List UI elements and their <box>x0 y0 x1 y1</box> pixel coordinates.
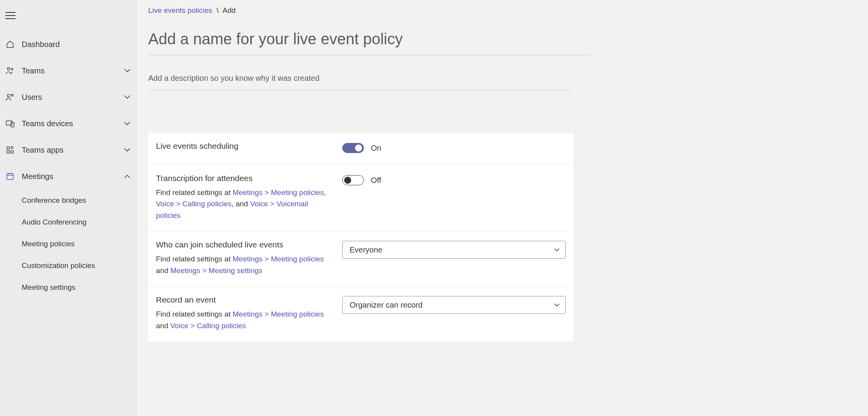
link-meeting-settings[interactable]: Meetings > Meeting settings <box>170 266 262 275</box>
sidebar-subitem-label: Meeting policies <box>22 240 74 248</box>
link-meeting-policies[interactable]: Meetings > Meeting policies <box>233 188 324 197</box>
sidebar-subitem-audio-conferencing[interactable]: Audio Conferencing <box>0 211 136 233</box>
sidebar-subitem-meeting-policies[interactable]: Meeting policies <box>0 233 136 255</box>
svg-point-5 <box>7 94 10 97</box>
help-sep: and <box>156 266 170 275</box>
toggle-state-label: On <box>371 144 381 153</box>
sidebar-subitem-label: Audio Conferencing <box>22 218 87 226</box>
record-dropdown[interactable]: Organizer can record <box>342 296 566 314</box>
setting-help-text: Find related settings at Meetings > Meet… <box>156 187 334 221</box>
sidebar-item-label: Teams devices <box>22 119 117 128</box>
chevron-down-icon <box>554 247 560 253</box>
sidebar-subitem-customization-policies[interactable]: Customization policies <box>0 255 136 277</box>
chevron-down-icon <box>554 302 560 308</box>
users-icon <box>5 92 15 102</box>
breadcrumb-parent-link[interactable]: Live events policies <box>148 6 212 14</box>
devices-icon <box>5 119 15 128</box>
breadcrumb-current: Add <box>223 6 236 14</box>
setting-row-scheduling: Live events scheduling On <box>148 133 573 165</box>
sidebar-subitem-label: Conference bridges <box>22 196 86 205</box>
scheduling-toggle[interactable] <box>342 143 364 153</box>
sidebar-item-meetings[interactable]: Meetings <box>0 163 136 190</box>
setting-row-who-can-join: Who can join scheduled live events Find … <box>148 231 573 287</box>
svg-rect-9 <box>7 147 9 149</box>
teams-icon <box>5 66 15 75</box>
chevron-down-icon <box>124 120 131 127</box>
sidebar: Dashboard Teams Users Teams devices <box>0 0 137 416</box>
link-meeting-policies[interactable]: Meetings > Meeting policies <box>233 255 324 263</box>
sidebar-subitem-label: Customization policies <box>22 261 95 270</box>
sidebar-item-users[interactable]: Users <box>0 84 136 110</box>
dropdown-value: Everyone <box>350 245 383 254</box>
chevron-down-icon <box>124 94 131 101</box>
sidebar-item-teams-devices[interactable]: Teams devices <box>0 110 136 137</box>
chevron-down-icon <box>124 146 131 153</box>
sidebar-item-dashboard[interactable]: Dashboard <box>0 31 136 57</box>
sidebar-item-teams-apps[interactable]: Teams apps <box>0 137 136 163</box>
sidebar-item-teams[interactable]: Teams <box>0 57 136 84</box>
home-icon <box>5 40 15 49</box>
policy-name-input[interactable] <box>148 26 591 55</box>
main-content: Live events policies \ Add Live events s… <box>137 0 868 416</box>
sidebar-subitem-label: Meeting settings <box>22 283 75 292</box>
help-prefix: Find related settings at <box>156 188 233 197</box>
setting-title: Record an event <box>156 295 334 305</box>
svg-rect-10 <box>7 151 9 153</box>
apps-icon <box>5 145 15 155</box>
link-calling-policies[interactable]: Voice > Calling policies <box>170 322 246 330</box>
link-meeting-policies[interactable]: Meetings > Meeting policies <box>233 310 324 318</box>
sidebar-item-label: Users <box>22 93 117 102</box>
chevron-down-icon <box>124 67 131 74</box>
help-sep: , and <box>232 200 250 208</box>
svg-point-4 <box>11 68 13 70</box>
sidebar-subitem-meeting-settings[interactable]: Meeting settings <box>0 277 136 298</box>
calendar-icon <box>5 172 15 181</box>
help-sep: , <box>324 188 326 197</box>
breadcrumb: Live events policies \ Add <box>137 0 868 24</box>
setting-title: Live events scheduling <box>156 141 334 151</box>
settings-card: Live events scheduling On Transcription … <box>148 133 573 341</box>
sidebar-item-label: Meetings <box>22 172 117 181</box>
hamburger-icon <box>5 12 16 19</box>
svg-rect-12 <box>7 174 14 180</box>
toggle-state-label: Off <box>371 176 381 185</box>
help-sep: and <box>156 322 170 330</box>
sidebar-subitem-conference-bridges[interactable]: Conference bridges <box>0 190 136 211</box>
svg-rect-11 <box>11 151 13 153</box>
setting-title: Transcription for attendees <box>156 174 334 183</box>
setting-title: Who can join scheduled live events <box>156 240 334 249</box>
setting-row-transcription: Transcription for attendees Find related… <box>148 165 573 231</box>
svg-point-6 <box>11 94 13 96</box>
chevron-up-icon <box>124 173 131 180</box>
breadcrumb-separator: \ <box>214 6 221 14</box>
setting-help-text: Find related settings at Meetings > Meet… <box>156 308 334 331</box>
svg-point-3 <box>7 68 10 70</box>
help-prefix: Find related settings at <box>156 310 233 318</box>
policy-description-input[interactable] <box>148 55 572 90</box>
setting-row-record: Record an event Find related settings at… <box>148 287 573 341</box>
svg-rect-8 <box>11 122 14 127</box>
dropdown-value: Organizer can record <box>350 301 423 310</box>
help-prefix: Find related settings at <box>156 255 233 263</box>
who-can-join-dropdown[interactable]: Everyone <box>342 241 566 259</box>
sidebar-item-label: Dashboard <box>22 40 131 49</box>
link-calling-policies[interactable]: Voice > Calling policies <box>156 200 232 208</box>
sidebar-item-label: Teams <box>22 66 117 75</box>
setting-help-text: Find related settings at Meetings > Meet… <box>156 253 334 276</box>
transcription-toggle[interactable] <box>342 175 364 185</box>
sidebar-item-label: Teams apps <box>22 146 117 155</box>
hamburger-button[interactable] <box>0 5 136 31</box>
